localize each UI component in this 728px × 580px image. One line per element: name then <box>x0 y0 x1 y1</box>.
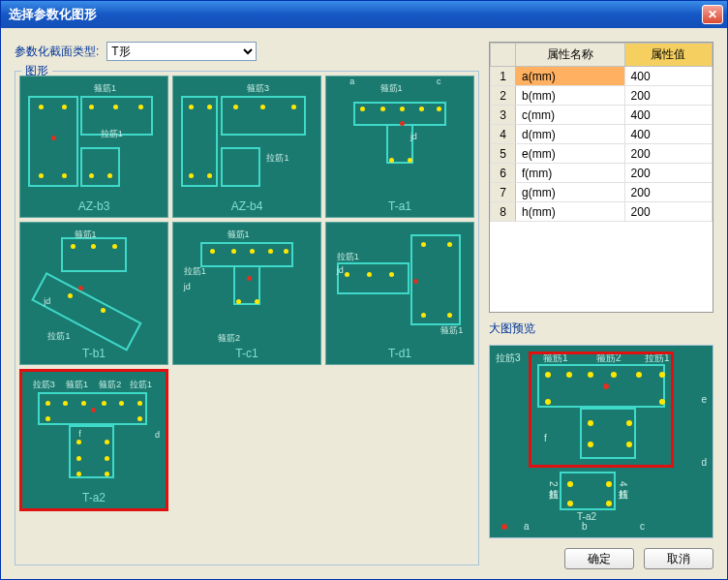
section-type-row: 参数化截面类型: T形 <box>15 42 479 61</box>
col-blank <box>491 44 516 67</box>
graphic-t-c1[interactable]: 箍筋1 箍筋2 拉筋1 jd T-c1 <box>172 222 321 364</box>
cancel-button[interactable]: 取消 <box>644 548 713 569</box>
graphic-az-b3[interactable]: 箍筋1 拉筋1 AZ-b3 <box>19 76 168 218</box>
cell-label: AZ-b4 <box>231 199 263 213</box>
graphic-t-a1[interactable]: 箍筋1 jd a c T-a1 <box>325 76 474 218</box>
right-column: 属性名称 属性值 1 a(mm) 400 2 b(mm) <box>489 42 713 565</box>
graphic-az-b4[interactable]: 箍筋3 拉筋1 AZ-b4 <box>172 76 321 218</box>
cell-label: T-c1 <box>235 347 258 360</box>
graphics-fieldset: 图形 箍筋1 拉筋1 <box>15 71 479 565</box>
cell-label: T-a2 <box>82 491 106 504</box>
table-row[interactable]: 2 b(mm) 200 <box>491 86 713 106</box>
preview-label: 大图预览 <box>489 321 713 337</box>
graphic-t-b1[interactable]: 箍筋1 拉筋1 jd T-b1 <box>19 222 168 364</box>
table-row[interactable]: 5 e(mm) 200 <box>491 144 713 164</box>
property-table[interactable]: 属性名称 属性值 1 a(mm) 400 2 b(mm) <box>489 42 713 313</box>
preview-selection-frame <box>529 351 674 468</box>
left-column: 参数化截面类型: T形 图形 <box>15 42 479 565</box>
cell-label: T-d1 <box>388 347 411 360</box>
table-row[interactable]: 6 f(mm) 200 <box>491 164 713 183</box>
dialog-window: 选择参数化图形 ✕ 参数化截面类型: T形 图形 <box>0 0 728 580</box>
close-icon: ✕ <box>708 8 717 21</box>
preview-section: 大图预览 拉筋3 箍筋1 箍筋2 拉筋1 拉筋2 拉筋4 <box>489 321 713 538</box>
graphics-grid: 箍筋1 拉筋1 AZ-b3 箍筋3 <box>19 76 474 511</box>
window-title: 选择参数化图形 <box>9 6 97 23</box>
dialog-body: 参数化截面类型: T形 图形 <box>1 28 727 579</box>
col-value: 属性值 <box>624 44 712 67</box>
preview-box: 拉筋3 箍筋1 箍筋2 拉筋1 拉筋2 拉筋4 <box>489 345 713 538</box>
table-row[interactable]: 1 a(mm) 400 <box>491 67 713 86</box>
cell-label: T-a1 <box>388 199 411 213</box>
table-row[interactable]: 3 c(mm) 400 <box>491 106 713 125</box>
table-row[interactable]: 8 h(mm) 200 <box>491 202 713 222</box>
ok-button[interactable]: 确定 <box>564 548 634 569</box>
graphic-t-a2[interactable]: 拉筋3 箍筋1 箍筋2 拉筋1 d f T-a2 <box>19 369 168 511</box>
section-type-select[interactable]: T形 <box>106 42 257 61</box>
col-name: 属性名称 <box>516 44 625 67</box>
title-bar: 选择参数化图形 ✕ <box>1 1 727 28</box>
graphic-t-d1[interactable]: 拉筋1 jd 箍筋1 T-d1 <box>325 222 474 364</box>
cell-label: T-b1 <box>82 347 106 360</box>
table-row[interactable]: 7 g(mm) 200 <box>491 183 713 202</box>
close-button[interactable]: ✕ <box>702 5 723 24</box>
button-row: 确定 取消 <box>564 548 713 569</box>
table-row[interactable]: 4 d(mm) 400 <box>491 125 713 144</box>
section-type-label: 参数化截面类型: <box>15 44 99 60</box>
cell-label: AZ-b3 <box>78 199 110 213</box>
table-header-row: 属性名称 属性值 <box>491 44 713 67</box>
